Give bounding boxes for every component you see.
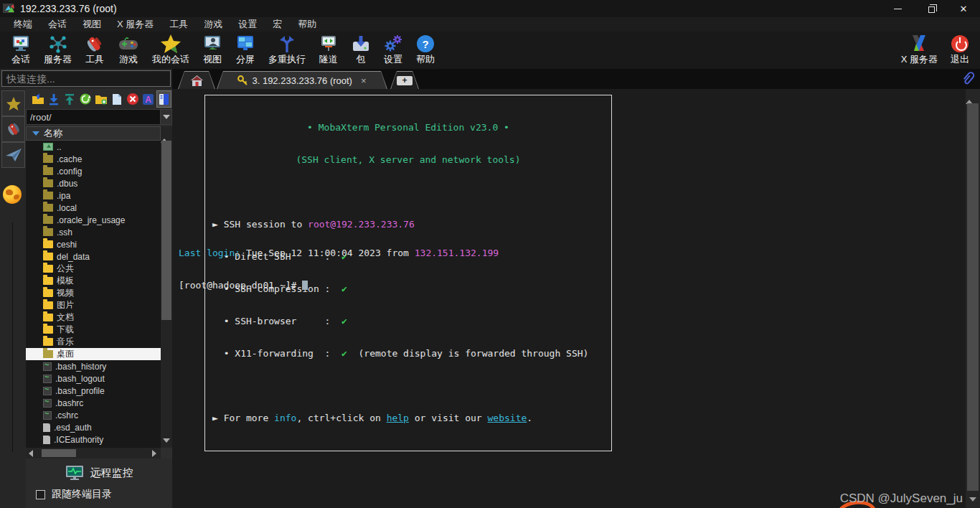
sidebar-tab-sessions[interactable] bbox=[1, 90, 25, 116]
up-folder-icon bbox=[43, 143, 53, 151]
rename-button[interactable]: A bbox=[141, 90, 156, 108]
file-row[interactable]: .bash_profile bbox=[26, 385, 161, 397]
toolbar-package-button[interactable]: 包 bbox=[345, 32, 377, 69]
menu-sessions[interactable]: 会话 bbox=[40, 18, 75, 31]
paperclip-icon[interactable] bbox=[961, 70, 976, 89]
split-icon bbox=[235, 34, 255, 54]
monitor-pulse-icon bbox=[65, 465, 84, 481]
menu-terminal[interactable]: 终端 bbox=[6, 18, 40, 31]
menu-xserver[interactable]: X 服务器 bbox=[109, 18, 161, 31]
sidebar-tab-tools[interactable] bbox=[1, 116, 25, 142]
tab-close-icon[interactable]: × bbox=[357, 75, 367, 86]
settings-icon bbox=[383, 34, 403, 54]
tab-active-session[interactable]: 3. 192.233.233.76 (root) × bbox=[217, 71, 387, 89]
new-folder-button[interactable] bbox=[93, 90, 108, 108]
go-up-folder-button[interactable] bbox=[30, 90, 45, 108]
file-row[interactable]: 视频 bbox=[26, 287, 161, 299]
file-row[interactable]: .config bbox=[26, 165, 161, 177]
terminal-scrollbar[interactable] bbox=[966, 89, 980, 508]
exit-icon bbox=[951, 34, 969, 54]
refresh-button[interactable] bbox=[77, 90, 93, 108]
file-row[interactable]: .cshrc bbox=[26, 409, 161, 421]
toolbar-multiexec-button[interactable]: 多重执行 bbox=[262, 32, 312, 69]
file-row[interactable]: .bashrc bbox=[26, 397, 161, 409]
file-row[interactable]: 音乐 bbox=[26, 336, 161, 348]
toolbar-exit-label: 退出 bbox=[951, 54, 969, 65]
upload-button[interactable] bbox=[62, 90, 77, 108]
delete-button[interactable] bbox=[125, 90, 140, 108]
file-row[interactable]: .ICEauthority bbox=[26, 433, 161, 446]
toolbar-exit-button[interactable]: 退出 bbox=[944, 32, 976, 69]
terminal-area[interactable]: • MobaXterm Personal Edition v23.0 • (SS… bbox=[173, 89, 980, 508]
sidebar-tab-macros[interactable] bbox=[1, 142, 25, 168]
restore-button[interactable] bbox=[914, 0, 947, 17]
toolbar-view-button[interactable]: 视图 bbox=[196, 32, 229, 69]
toolbar-split-button[interactable]: 分屏 bbox=[229, 32, 262, 69]
file-row[interactable]: del_data bbox=[26, 250, 161, 263]
file-row[interactable]: .ssh bbox=[26, 226, 161, 238]
scrollbar-thumb[interactable] bbox=[161, 141, 171, 320]
file-row[interactable]: ceshi bbox=[26, 238, 161, 250]
menu-games[interactable]: 游戏 bbox=[196, 18, 230, 31]
file-list-vertical-scrollbar[interactable] bbox=[161, 126, 172, 448]
file-row[interactable]: 模板 bbox=[26, 275, 161, 287]
list-header[interactable]: 名称 bbox=[26, 126, 161, 141]
menu-view[interactable]: 视图 bbox=[75, 18, 109, 31]
close-button[interactable]: ✕ bbox=[947, 0, 980, 17]
toolbar-games-button[interactable]: 游戏 bbox=[111, 32, 146, 69]
scroll-right-icon[interactable] bbox=[152, 450, 156, 457]
multiexec-icon bbox=[277, 34, 297, 54]
website-link[interactable]: website bbox=[488, 413, 527, 423]
help-link[interactable]: help bbox=[387, 413, 409, 423]
toolbar-tools-button[interactable]: 工具 bbox=[78, 32, 111, 69]
file-row[interactable]: .oracle_jre_usage bbox=[26, 214, 161, 226]
file-row[interactable]: 文档 bbox=[26, 311, 161, 324]
new-tab-button[interactable]: + bbox=[390, 71, 419, 89]
file-row[interactable]: 图片 bbox=[26, 299, 161, 311]
follow-terminal-checkbox[interactable] bbox=[36, 490, 45, 499]
scroll-down-icon[interactable] bbox=[163, 438, 170, 443]
file-row[interactable]: .dbus bbox=[26, 177, 161, 189]
session-icon bbox=[11, 34, 31, 54]
toolbar-settings-button[interactable]: 设置 bbox=[377, 32, 410, 69]
scroll-up-icon[interactable] bbox=[966, 89, 973, 104]
toolbar-xserver-button[interactable]: X 服务器 bbox=[895, 32, 944, 69]
menu-help[interactable]: 帮助 bbox=[290, 18, 324, 31]
file-row-selected[interactable]: 桌面 bbox=[26, 348, 161, 360]
file-row[interactable]: 下载 bbox=[26, 324, 161, 336]
file-row[interactable]: .cache bbox=[26, 153, 161, 165]
file-row[interactable]: .esd_auth bbox=[26, 421, 161, 433]
file-list-horizontal-scrollbar[interactable] bbox=[26, 448, 172, 458]
toolbar-servers-button[interactable]: 服务器 bbox=[37, 32, 78, 69]
file-row[interactable]: .local bbox=[26, 202, 161, 214]
minimize-button[interactable] bbox=[881, 0, 914, 17]
toolbar-games-label: 游戏 bbox=[119, 54, 138, 65]
file-row[interactable]: .ipa bbox=[26, 189, 161, 202]
file-row[interactable]: .bash_logout bbox=[26, 372, 161, 385]
file-row[interactable]: .. bbox=[26, 141, 161, 153]
toolbar-tunnel-button[interactable]: 隧道 bbox=[312, 32, 345, 69]
path-dropdown-button[interactable] bbox=[161, 109, 172, 125]
toolbar-mysessions-button[interactable]: 我的会话 bbox=[146, 32, 196, 69]
menu-macros[interactable]: 宏 bbox=[265, 18, 290, 31]
new-file-button[interactable] bbox=[109, 90, 124, 108]
tab-home[interactable] bbox=[178, 71, 215, 89]
toolbar-session-button[interactable]: 会话 bbox=[4, 32, 37, 69]
toggle-panel-button[interactable] bbox=[156, 90, 171, 108]
file-browser: A 名称 .. .cache .config bbox=[26, 89, 172, 508]
scroll-down-icon[interactable] bbox=[969, 497, 976, 502]
path-input[interactable] bbox=[26, 109, 161, 125]
quick-connect-input[interactable] bbox=[1, 70, 171, 87]
scroll-left-icon[interactable] bbox=[29, 450, 33, 457]
main-toolbar: 会话 服务器 工具 游戏 我的会话 bbox=[0, 32, 980, 69]
toolbar-help-button[interactable]: ? 帮助 bbox=[410, 32, 441, 69]
menu-tools[interactable]: 工具 bbox=[161, 18, 196, 31]
download-button[interactable] bbox=[46, 90, 61, 108]
globe-icon[interactable] bbox=[3, 185, 22, 204]
file-row[interactable]: 公共 bbox=[26, 263, 161, 275]
scrollbar-thumb[interactable] bbox=[967, 103, 979, 491]
file-row[interactable]: .bash_history bbox=[26, 360, 161, 372]
menu-settings[interactable]: 设置 bbox=[230, 18, 265, 31]
remote-monitoring-button[interactable]: 远程监控 bbox=[26, 464, 172, 482]
scrollbar-thumb[interactable] bbox=[42, 449, 76, 457]
